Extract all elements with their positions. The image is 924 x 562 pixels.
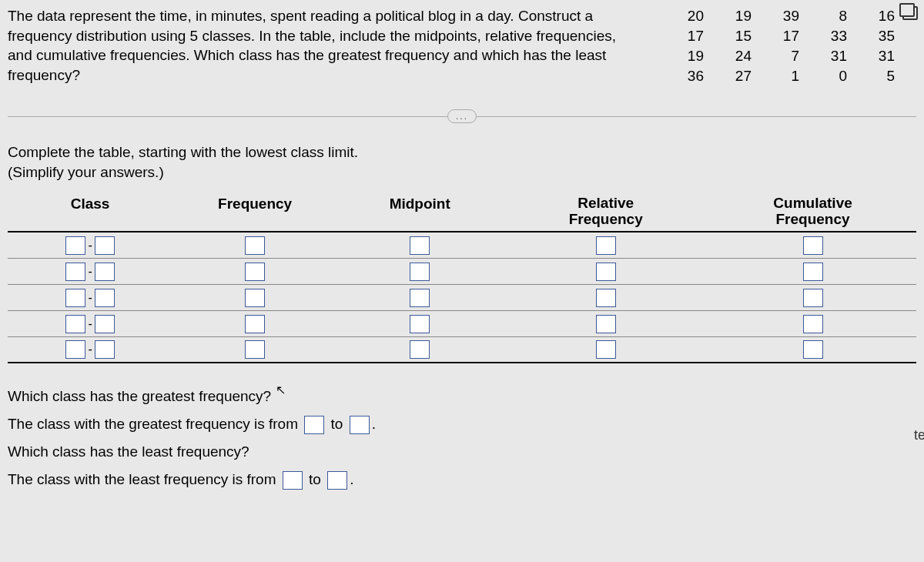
header-class: Class: [8, 196, 172, 228]
header-cumulative-frequency: Cumulative Frequency: [709, 196, 916, 228]
table-row: -: [8, 285, 916, 311]
class-upper-input[interactable]: [95, 315, 115, 333]
header-midpoint: Midpoint: [337, 196, 502, 228]
midpoint-input[interactable]: [410, 236, 430, 255]
class-upper-input[interactable]: [95, 236, 115, 255]
class-separator: -: [88, 239, 92, 253]
midpoint-input[interactable]: [410, 315, 430, 333]
class-lower-input[interactable]: [65, 236, 85, 255]
data-cell: 35: [856, 26, 895, 46]
data-cell: 20: [665, 6, 704, 26]
instruction-line: (Simplify your answers.): [8, 162, 916, 182]
instructions: Complete the table, starting with the lo…: [8, 142, 916, 182]
table-row: -: [8, 311, 916, 337]
data-cell: 5: [856, 66, 895, 86]
header-relative-frequency: Relative Frequency: [502, 196, 709, 228]
cumulative-frequency-input[interactable]: [803, 289, 823, 307]
frequency-input[interactable]: [245, 289, 265, 307]
relative-frequency-input[interactable]: [596, 340, 616, 359]
data-cell: 27: [713, 66, 752, 86]
class-separator: -: [88, 291, 92, 305]
frequency-table: Class Frequency Midpoint Relative Freque…: [8, 196, 916, 363]
midpoint-input[interactable]: [410, 289, 430, 307]
class-upper-input[interactable]: [95, 263, 115, 281]
data-cell: 7: [761, 46, 799, 66]
instruction-line: Complete the table, starting with the lo…: [8, 142, 916, 162]
question-least: Which class has the least frequency?: [8, 438, 916, 466]
least-from-input[interactable]: [283, 471, 303, 490]
data-cell: 16: [856, 6, 895, 26]
cumulative-frequency-input[interactable]: [803, 263, 823, 281]
relative-frequency-input[interactable]: [596, 236, 616, 255]
class-upper-input[interactable]: [95, 289, 115, 307]
data-cell: 33: [808, 26, 847, 46]
cumulative-frequency-input[interactable]: [803, 315, 823, 333]
class-lower-input[interactable]: [65, 289, 85, 307]
cumulative-frequency-input[interactable]: [803, 340, 823, 359]
frequency-input[interactable]: [245, 315, 265, 333]
frequency-input[interactable]: [245, 236, 265, 255]
copy-icon[interactable]: [902, 6, 918, 20]
class-lower-input[interactable]: [65, 263, 85, 281]
least-to-input[interactable]: [327, 471, 347, 490]
greatest-to-input[interactable]: [350, 416, 370, 434]
table-row: -: [8, 337, 916, 363]
table-row: -: [8, 259, 916, 285]
data-cell: 31: [808, 46, 847, 66]
data-values-grid: 20 19 39 8 16 17 15 17 33 35 19 24 7 31 …: [665, 6, 916, 86]
answer-greatest: The class with the greatest frequency is…: [8, 410, 916, 438]
answer-least: The class with the least frequency is fr…: [8, 466, 916, 493]
class-lower-input[interactable]: [65, 340, 85, 359]
table-header-row: Class Frequency Midpoint Relative Freque…: [8, 196, 916, 232]
data-cell: 15: [713, 26, 752, 46]
cumulative-frequency-input[interactable]: [803, 236, 823, 255]
midpoint-input[interactable]: [410, 340, 430, 359]
relative-frequency-input[interactable]: [596, 315, 616, 333]
question-greatest: Which class has the greatest frequency?: [8, 383, 916, 410]
relative-frequency-input[interactable]: [596, 289, 616, 307]
header-frequency: Frequency: [172, 196, 337, 228]
data-cell: 19: [665, 46, 704, 66]
questions-section: Which class has the greatest frequency? …: [8, 383, 916, 493]
data-cell: 24: [713, 46, 752, 66]
class-upper-input[interactable]: [95, 340, 115, 359]
class-separator: -: [88, 317, 92, 331]
greatest-from-input[interactable]: [304, 416, 324, 434]
expand-ellipsis-button[interactable]: ...: [447, 109, 477, 123]
data-cell: 1: [761, 66, 799, 86]
section-divider: ...: [8, 109, 916, 123]
midpoint-input[interactable]: [410, 263, 430, 281]
class-separator: -: [88, 265, 92, 279]
data-cell: 0: [808, 66, 847, 86]
frequency-input[interactable]: [245, 263, 265, 281]
data-cell: 17: [761, 26, 799, 46]
data-cell: 17: [665, 26, 704, 46]
class-separator: -: [88, 343, 92, 356]
data-cell: 31: [856, 46, 895, 66]
relative-frequency-input[interactable]: [596, 263, 616, 281]
problem-statement: The data represent the time, in minutes,…: [8, 6, 642, 86]
class-lower-input[interactable]: [65, 315, 85, 333]
data-cell: 39: [761, 6, 799, 26]
data-cell: 19: [713, 6, 752, 26]
edge-fragment: te: [914, 427, 924, 443]
data-cell: 36: [665, 66, 704, 86]
data-cell: 8: [808, 6, 847, 26]
frequency-input[interactable]: [245, 340, 265, 359]
table-row: -: [8, 232, 916, 259]
